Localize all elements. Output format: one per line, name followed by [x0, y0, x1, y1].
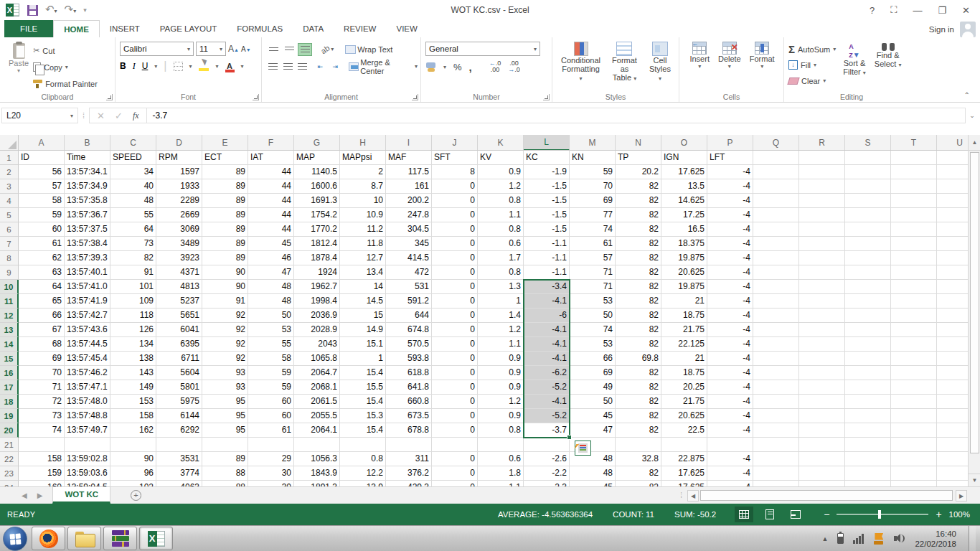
cell-Q23[interactable] — [753, 466, 799, 481]
cell-F24[interactable]: 30 — [248, 481, 294, 486]
cell-C15[interactable]: 138 — [110, 352, 156, 366]
cell-R9[interactable] — [799, 265, 845, 280]
enter-icon[interactable]: ✓ — [115, 110, 123, 121]
borders-icon[interactable] — [174, 62, 183, 71]
cell-F18[interactable]: 60 — [248, 395, 294, 409]
cell-D19[interactable]: 6144 — [156, 409, 202, 423]
cell-K7[interactable]: 0.6 — [478, 237, 524, 251]
row-header-14[interactable]: 14 — [0, 337, 19, 352]
cell-O9[interactable]: 20.625 — [661, 265, 707, 280]
cell-C4[interactable]: 48 — [110, 194, 156, 208]
cell-H1[interactable]: MAPpsi — [340, 151, 386, 165]
cell-G11[interactable]: 1998.4 — [294, 294, 340, 309]
cell-U13[interactable] — [937, 323, 968, 337]
cell-Q21[interactable] — [753, 438, 799, 452]
cell-F10[interactable]: 48 — [248, 280, 294, 294]
tab-file[interactable]: FILE — [4, 20, 53, 37]
cell-Q10[interactable] — [753, 280, 799, 294]
cell-H11[interactable]: 14.5 — [340, 294, 386, 309]
cell-H21[interactable] — [340, 438, 386, 452]
cell-Q18[interactable] — [753, 395, 799, 409]
cell-G20[interactable]: 2064.1 — [294, 423, 340, 438]
cell-E6[interactable]: 89 — [202, 222, 248, 237]
cell-E16[interactable]: 93 — [202, 366, 248, 380]
cell-M20[interactable]: 47 — [570, 423, 616, 438]
cell-B22[interactable]: 13:59:02.8 — [65, 452, 110, 466]
cell-E14[interactable]: 92 — [202, 337, 248, 352]
cell-A13[interactable]: 67 — [19, 323, 65, 337]
cell-G16[interactable]: 2064.7 — [294, 366, 340, 380]
column-header-K[interactable]: K — [478, 135, 524, 151]
cell-M13[interactable]: 74 — [570, 323, 616, 337]
cell-T10[interactable] — [891, 280, 937, 294]
cell-R18[interactable] — [799, 395, 845, 409]
cell-P3[interactable]: -4 — [707, 179, 753, 194]
cell-B2[interactable]: 13:57:34.1 — [65, 165, 110, 179]
align-right-icon[interactable] — [296, 60, 310, 73]
cell-S20[interactable] — [845, 423, 891, 438]
cell-O13[interactable]: 21.75 — [661, 323, 707, 337]
cell-G9[interactable]: 1924 — [294, 265, 340, 280]
cell-A3[interactable]: 57 — [19, 179, 65, 194]
zoom-slider[interactable] — [837, 514, 928, 515]
cell-G18[interactable]: 2061.5 — [294, 395, 340, 409]
cell-Q3[interactable] — [753, 179, 799, 194]
underline-button[interactable]: U — [142, 61, 149, 71]
save-icon[interactable] — [27, 5, 38, 16]
splitter-dots[interactable]: ⁞ — [680, 491, 683, 499]
row-header-21[interactable]: 21 — [0, 438, 19, 452]
cell-K14[interactable]: 1.1 — [478, 337, 524, 352]
cell-E19[interactable]: 95 — [202, 409, 248, 423]
cell-N9[interactable]: 82 — [616, 265, 661, 280]
cell-T18[interactable] — [891, 395, 937, 409]
cell-G6[interactable]: 1770.2 — [294, 222, 340, 237]
cell-J20[interactable]: 0 — [432, 423, 478, 438]
cell-O3[interactable]: 13.5 — [661, 179, 707, 194]
cell-H22[interactable]: 0.8 — [340, 452, 386, 466]
column-header-Q[interactable]: Q — [753, 135, 799, 151]
cell-I23[interactable]: 376.2 — [386, 466, 432, 481]
cell-R7[interactable] — [799, 237, 845, 251]
cell-C24[interactable]: 102 — [110, 481, 156, 486]
cell-L13[interactable]: -4.1 — [524, 323, 570, 337]
cell-B10[interactable]: 13:57:41.0 — [65, 280, 110, 294]
speaker-icon[interactable] — [894, 533, 905, 544]
column-header-G[interactable]: G — [294, 135, 340, 151]
cell-B13[interactable]: 13:57:43.6 — [65, 323, 110, 337]
cell-K23[interactable]: 1.8 — [478, 466, 524, 481]
cell-L12[interactable]: -6 — [524, 309, 570, 323]
cell-A6[interactable]: 60 — [19, 222, 65, 237]
cell-R24[interactable] — [799, 481, 845, 486]
cell-D15[interactable]: 6711 — [156, 352, 202, 366]
cell-N11[interactable]: 82 — [616, 294, 661, 309]
cell-I6[interactable]: 304.5 — [386, 222, 432, 237]
cell-L22[interactable]: -2.6 — [524, 452, 570, 466]
cell-T9[interactable] — [891, 265, 937, 280]
cell-N24[interactable]: 82 — [616, 481, 661, 486]
cell-M1[interactable]: KN — [570, 151, 616, 165]
cell-E18[interactable]: 95 — [202, 395, 248, 409]
cell-M10[interactable]: 71 — [570, 280, 616, 294]
cell-S13[interactable] — [845, 323, 891, 337]
cell-U11[interactable] — [937, 294, 968, 309]
cell-A15[interactable]: 69 — [19, 352, 65, 366]
cell-T16[interactable] — [891, 366, 937, 380]
cell-R10[interactable] — [799, 280, 845, 294]
cell-S7[interactable] — [845, 237, 891, 251]
cell-S2[interactable] — [845, 165, 891, 179]
cell-G14[interactable]: 2043 — [294, 337, 340, 352]
cell-H5[interactable]: 10.9 — [340, 208, 386, 222]
cell-F9[interactable]: 47 — [248, 265, 294, 280]
cell-A4[interactable]: 58 — [19, 194, 65, 208]
cell-U5[interactable] — [937, 208, 968, 222]
cell-R1[interactable] — [799, 151, 845, 165]
number-format-combo[interactable]: General▾ — [425, 42, 540, 56]
cell-T2[interactable] — [891, 165, 937, 179]
cell-P12[interactable]: -4 — [707, 309, 753, 323]
cell-L5[interactable]: -1.5 — [524, 208, 570, 222]
cell-H8[interactable]: 12.7 — [340, 251, 386, 265]
cell-M24[interactable]: 45 — [570, 481, 616, 486]
cell-B3[interactable]: 13:57:34.9 — [65, 179, 110, 194]
cut-button[interactable]: ✂Cut — [33, 43, 98, 58]
cell-T19[interactable] — [891, 409, 937, 423]
